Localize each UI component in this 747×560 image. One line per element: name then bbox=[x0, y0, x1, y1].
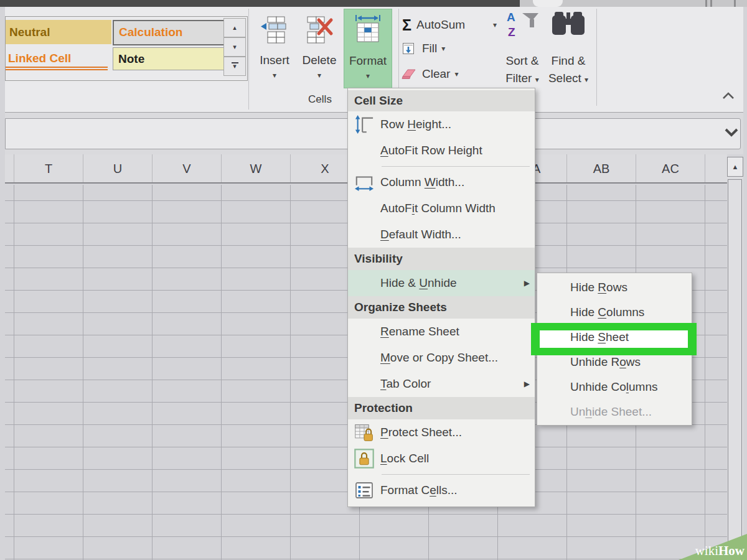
delete-button[interactable]: Delete ▾ bbox=[299, 9, 340, 87]
linked-cell-underline bbox=[6, 69, 108, 70]
autosum-label: AutoSum bbox=[416, 18, 465, 32]
sort-filter-icon bbox=[506, 10, 540, 39]
format-menu-protection: Protection bbox=[348, 397, 535, 419]
style-linked-cell[interactable]: Linked Cell bbox=[6, 46, 110, 67]
hide-submenu-hide-columns[interactable]: Hide Columns bbox=[537, 300, 692, 325]
eraser-icon bbox=[401, 68, 417, 80]
chevron-up-icon bbox=[722, 92, 735, 100]
binoculars-icon bbox=[551, 10, 586, 37]
vertical-scrollbar[interactable]: ▲ bbox=[727, 157, 743, 560]
format-cells-icon bbox=[354, 480, 374, 500]
wikihow-logo: wikiHow bbox=[695, 543, 745, 559]
format-button[interactable]: Format ▾ bbox=[344, 9, 392, 88]
format-menu-tab-color[interactable]: Tab Color ▶ bbox=[348, 371, 535, 397]
format-menu-organize-sheets: Organize Sheets bbox=[348, 296, 535, 319]
fill-label: Fill bbox=[422, 42, 437, 55]
gallery-scroll-down-button[interactable]: ▾ bbox=[223, 37, 246, 57]
format-menu-default-width[interactable]: Default Width... bbox=[348, 222, 535, 248]
cells-group-label: Cells bbox=[295, 93, 345, 106]
gallery-more-button[interactable]: ▾ bbox=[223, 57, 246, 76]
dropdown-arrow-icon: ▾ bbox=[344, 72, 392, 80]
style-neutral[interactable]: Neutral bbox=[6, 20, 111, 44]
sort-filter-button[interactable]: Sort & Filter ▾ bbox=[503, 10, 540, 39]
protect-sheet-icon bbox=[354, 422, 374, 442]
collapse-ribbon-button[interactable] bbox=[722, 92, 737, 102]
gallery-scroll-up-button[interactable]: ▴ bbox=[223, 18, 246, 37]
format-menu-autofit-column-width[interactable]: AutoFit Column Width bbox=[348, 195, 535, 222]
group-separator bbox=[596, 9, 597, 106]
sort-filter-label: Sort & Filter ▾ bbox=[496, 52, 548, 88]
up-triangle-icon: ▴ bbox=[233, 24, 237, 31]
format-menu-hide-unhide[interactable]: Hide & Unhide ▶ bbox=[348, 270, 535, 296]
dropdown-arrow-icon: ▾ bbox=[441, 44, 445, 53]
clear-button[interactable]: Clear ▾ bbox=[401, 66, 458, 82]
dropdown-arrow-icon: ▾ bbox=[254, 71, 295, 80]
submenu-arrow-icon: ▶ bbox=[516, 270, 530, 296]
dropdown-arrow-icon: ▾ bbox=[535, 75, 539, 84]
menu-separator bbox=[348, 472, 535, 477]
hide-submenu-hide-sheet[interactable]: Hide Sheet bbox=[537, 325, 692, 350]
excel-screenshot: Neutral Calculation Linked Cell Note ▴ ▾… bbox=[0, 0, 747, 560]
insert-label: Insert bbox=[254, 54, 295, 67]
autosum-button[interactable]: Σ AutoSum ▾ bbox=[402, 16, 497, 34]
top-chrome-tab bbox=[533, 0, 563, 7]
column-header-u[interactable]: U bbox=[83, 154, 152, 182]
fill-down-icon bbox=[402, 42, 415, 55]
format-menu-cell-size: Cell Size bbox=[348, 90, 535, 111]
down-triangle-icon: ▾ bbox=[224, 63, 245, 68]
format-menu-lock-cell[interactable]: Lock Cell bbox=[348, 446, 535, 472]
hide-submenu-hide-rows[interactable]: Hide Rows bbox=[537, 275, 692, 300]
format-menu-autofit-row-height[interactable]: AutoFit Row Height bbox=[348, 138, 535, 164]
insert-cells-icon bbox=[260, 15, 289, 44]
column-header-ac[interactable]: AC bbox=[636, 154, 705, 182]
delete-label: Delete bbox=[299, 54, 340, 67]
style-calculation[interactable]: Calculation bbox=[113, 20, 227, 45]
top-chrome-strip bbox=[0, 0, 520, 7]
dropdown-arrow-icon: ▾ bbox=[454, 70, 458, 78]
format-menu-row-height[interactable]: Row Height... bbox=[348, 111, 535, 138]
hide-submenu-unhide-columns[interactable]: Unhide Columns bbox=[537, 375, 692, 399]
group-separator bbox=[248, 9, 249, 110]
sigma-icon: Σ bbox=[402, 18, 411, 32]
column-width-icon bbox=[354, 172, 374, 192]
format-menu: Cell Size Row Height... AutoFit Row Heig… bbox=[347, 88, 535, 507]
linked-cell-underline bbox=[6, 67, 108, 68]
format-menu-format-cells[interactable]: Format Cells... bbox=[348, 477, 535, 503]
column-header-w[interactable]: W bbox=[221, 154, 290, 182]
format-menu-rename-sheet[interactable]: Rename Sheet bbox=[348, 319, 535, 345]
format-menu-column-width[interactable]: Column Width... bbox=[348, 169, 535, 195]
cell-styles-gallery: Neutral Calculation Linked Cell Note ▴ ▾… bbox=[5, 16, 248, 81]
dropdown-arrow-icon: ▾ bbox=[299, 71, 340, 80]
delete-cells-icon bbox=[305, 15, 334, 44]
chevron-down-icon bbox=[725, 128, 738, 137]
format-label: Format bbox=[344, 54, 392, 68]
up-triangle-icon: ▲ bbox=[732, 163, 739, 170]
gallery-scroll-controls: ▴ ▾ ▾ bbox=[223, 18, 246, 78]
top-chrome-tick bbox=[734, 0, 736, 7]
find-select-label: Find & Select ▾ bbox=[542, 52, 594, 88]
top-chrome-tick bbox=[705, 0, 707, 7]
down-triangle-icon: ▾ bbox=[233, 43, 237, 50]
dropdown-arrow-icon: ▾ bbox=[493, 21, 497, 29]
find-select-button[interactable]: Find & Select ▾ bbox=[550, 10, 586, 37]
style-note[interactable]: Note bbox=[113, 47, 227, 70]
expand-formula-bar-button[interactable] bbox=[725, 128, 740, 138]
row-height-icon bbox=[354, 114, 374, 134]
scrollbar-thumb[interactable] bbox=[728, 179, 742, 550]
column-header-t[interactable]: T bbox=[14, 154, 83, 182]
scroll-up-button[interactable]: ▲ bbox=[727, 157, 743, 177]
insert-button[interactable]: Insert ▾ bbox=[254, 9, 295, 87]
hide-unhide-submenu: Hide Rows Hide Columns Hide Sheet Unhide… bbox=[537, 273, 692, 426]
column-header-ab[interactable]: AB bbox=[566, 154, 636, 182]
format-menu-protect-sheet[interactable]: Protect Sheet... bbox=[348, 419, 535, 446]
format-cells-icon bbox=[353, 14, 383, 44]
menu-separator bbox=[348, 164, 535, 169]
clear-label: Clear bbox=[422, 67, 450, 81]
format-menu-move-or-copy-sheet[interactable]: Move or Copy Sheet... bbox=[348, 345, 535, 371]
top-chrome-tick bbox=[710, 0, 712, 7]
lock-cell-icon bbox=[354, 449, 374, 469]
column-header-spacer bbox=[5, 154, 14, 182]
column-header-v[interactable]: V bbox=[152, 154, 221, 182]
hide-submenu-unhide-sheet[interactable]: Unhide Sheet... bbox=[537, 399, 692, 424]
fill-button[interactable]: Fill ▾ bbox=[402, 41, 445, 56]
